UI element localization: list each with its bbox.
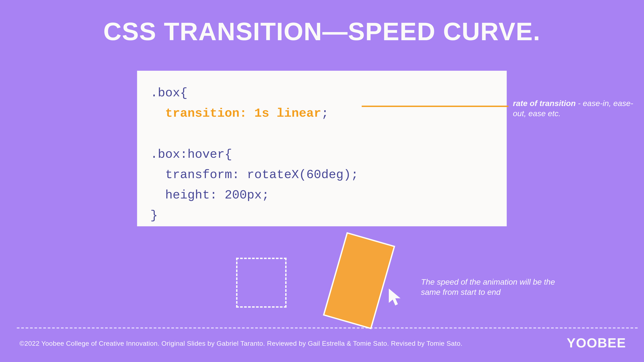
code-line-4: .box:hover{ (150, 144, 494, 165)
footer-divider (17, 328, 638, 329)
orange-box (323, 232, 395, 329)
code-line-6: height: 200px; (150, 185, 494, 206)
code-line-1: .box{ (150, 83, 494, 103)
brand-logo: YOOBEE (566, 336, 626, 351)
code-line-7: } (150, 206, 494, 226)
dashed-box-illustration (236, 258, 286, 308)
code-highlight: transition: 1s linear (165, 106, 321, 120)
annotation-bold: rate of transition (513, 99, 576, 108)
code-line-3 (150, 124, 494, 144)
annotation-text: rate of transition - ease-in, ease-out, … (513, 99, 637, 119)
annotation-connector-line (362, 106, 508, 107)
code-semicolon: ; (321, 106, 329, 120)
code-line-5: transform: rotateX(60deg); (150, 165, 494, 185)
cursor-icon (388, 287, 403, 307)
slide-title: CSS TRANSITION—SPEED CURVE. (0, 17, 644, 46)
caption-text: The speed of the animation will be the s… (421, 277, 558, 298)
rotated-box-illustration (334, 237, 384, 324)
code-indent (150, 106, 165, 120)
footer-credits: ©2022 Yoobee College of Creative Innovat… (20, 340, 462, 347)
code-block: .box{ transition: 1s linear; .box:hover{… (137, 71, 507, 226)
